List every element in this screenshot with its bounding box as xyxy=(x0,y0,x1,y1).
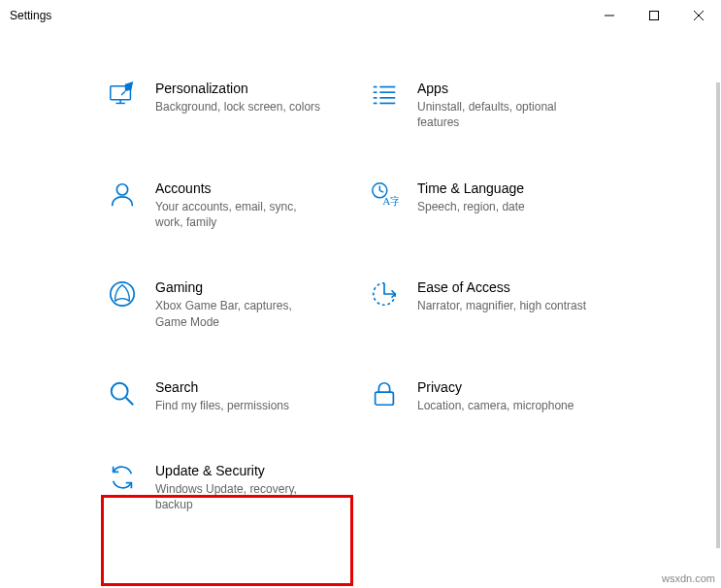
maximize-icon xyxy=(649,11,659,20)
category-title: Search xyxy=(155,378,289,396)
category-text: Privacy Location, camera, microphone xyxy=(417,378,574,413)
category-title: Apps xyxy=(417,80,587,97)
category-title: Gaming xyxy=(155,278,325,296)
category-desc: Location, camera, microphone xyxy=(417,398,574,413)
ease-of-access-icon xyxy=(369,278,400,310)
search-icon xyxy=(107,378,138,409)
personalization-icon xyxy=(107,80,138,111)
titlebar: Settings xyxy=(0,0,721,31)
svg-rect-24 xyxy=(376,392,394,405)
categories-grid: Personalization Background, lock screen,… xyxy=(107,80,692,513)
privacy-icon xyxy=(369,378,400,409)
category-gaming[interactable]: Gaming Xbox Game Bar, captures, Game Mod… xyxy=(107,278,349,330)
category-text: Gaming Xbox Game Bar, captures, Game Mod… xyxy=(155,278,325,330)
accounts-icon xyxy=(107,180,138,211)
category-desc: Windows Update, recovery, backup xyxy=(155,481,325,512)
category-text: Apps Uninstall, defaults, optional featu… xyxy=(417,80,587,131)
category-privacy[interactable]: Privacy Location, camera, microphone xyxy=(369,378,611,413)
category-apps[interactable]: Apps Uninstall, defaults, optional featu… xyxy=(369,80,611,131)
category-text: Time & Language Speech, region, date xyxy=(417,180,525,214)
close-button[interactable] xyxy=(676,0,721,30)
category-text: Search Find my files, permissions xyxy=(155,378,289,413)
category-text: Ease of Access Narrator, magnifier, high… xyxy=(417,278,586,313)
category-search[interactable]: Search Find my files, permissions xyxy=(107,378,349,413)
svg-line-23 xyxy=(126,397,134,405)
svg-point-21 xyxy=(111,282,134,306)
category-desc: Speech, region, date xyxy=(417,199,525,214)
minimize-button[interactable] xyxy=(587,0,632,30)
svg-rect-1 xyxy=(650,11,659,19)
svg-line-7 xyxy=(121,91,125,95)
category-time-language[interactable]: A字 Time & Language Speech, region, date xyxy=(369,180,611,231)
category-accounts[interactable]: Accounts Your accounts, email, sync, wor… xyxy=(107,180,349,231)
gaming-icon xyxy=(107,278,138,310)
category-text: Accounts Your accounts, email, sync, wor… xyxy=(155,180,325,231)
time-language-icon: A字 xyxy=(369,180,400,211)
apps-icon xyxy=(369,80,400,111)
svg-point-16 xyxy=(116,183,127,194)
settings-content: Personalization Background, lock screen,… xyxy=(0,31,721,588)
category-desc: Find my files, permissions xyxy=(155,398,289,413)
category-personalization[interactable]: Personalization Background, lock screen,… xyxy=(107,80,349,131)
scrollbar[interactable] xyxy=(716,82,720,548)
window-controls xyxy=(587,0,721,30)
category-text: Update & Security Windows Update, recove… xyxy=(155,462,325,513)
category-ease-of-access[interactable]: Ease of Access Narrator, magnifier, high… xyxy=(369,278,611,330)
category-desc: Xbox Game Bar, captures, Game Mode xyxy=(155,298,325,329)
window-title: Settings xyxy=(10,9,587,22)
watermark: wsxdn.com xyxy=(662,572,715,584)
svg-line-19 xyxy=(379,190,383,192)
category-title: Privacy xyxy=(417,378,574,396)
category-desc: Uninstall, defaults, optional features xyxy=(417,99,587,130)
close-icon xyxy=(694,11,704,20)
category-desc: Your accounts, email, sync, work, family xyxy=(155,199,325,230)
category-update-security[interactable]: Update & Security Windows Update, recove… xyxy=(107,462,349,513)
maximize-button[interactable] xyxy=(632,0,676,30)
svg-point-22 xyxy=(112,382,128,399)
category-desc: Narrator, magnifier, high contrast xyxy=(417,298,586,313)
category-title: Ease of Access xyxy=(417,278,586,296)
update-security-icon xyxy=(107,462,138,493)
category-title: Time & Language xyxy=(417,180,525,197)
category-title: Update & Security xyxy=(155,462,325,479)
svg-text:A字: A字 xyxy=(382,195,399,207)
category-title: Personalization xyxy=(155,80,320,97)
category-title: Accounts xyxy=(155,180,325,197)
category-text: Personalization Background, lock screen,… xyxy=(155,80,320,114)
category-desc: Background, lock screen, colors xyxy=(155,99,320,114)
minimize-icon xyxy=(605,11,614,20)
